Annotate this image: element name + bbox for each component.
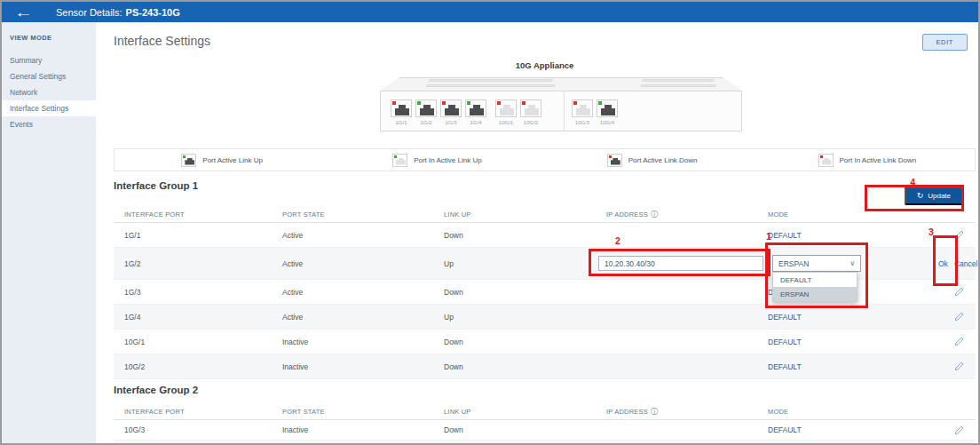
port-led-down — [392, 101, 396, 105]
port-active-link-up-icon — [181, 154, 196, 167]
ip-address-input[interactable] — [598, 256, 763, 271]
table-header-row: INTERFACE PORT PORT STATE LINK UP IP ADD… — [114, 404, 976, 420]
port-label: 1G/3 — [438, 120, 464, 125]
legend-item: Port In Active Link Up — [329, 154, 544, 167]
cell-mode: DEFAULT — [768, 313, 928, 322]
window-title: Sensor Details:PS-243-10G — [56, 7, 180, 18]
col-link-up: LINK UP — [444, 211, 606, 219]
appliance-port-1G-1 — [391, 99, 412, 117]
legend-label: Port Active Link Up — [202, 156, 263, 164]
col-link-up: LINK UP — [444, 408, 606, 416]
window-title-prefix: Sensor Details: — [56, 7, 122, 18]
table-row: 1G/1 Active Down DEFAULT — [114, 223, 976, 248]
cell-state: Inactive — [282, 425, 444, 434]
legend-item: Port In Active Link Down — [760, 154, 975, 167]
port-label: 1G/1 — [388, 120, 415, 125]
chevron-down-icon: ∨ — [850, 259, 855, 267]
cell-link: Down — [444, 231, 606, 240]
appliance-port-1G-2 — [415, 99, 437, 117]
chassis-vent — [426, 84, 556, 87]
appliance-port-1G-3 — [440, 99, 462, 117]
mode-select[interactable]: ERSPAN ∨ — [772, 255, 861, 272]
interface-group-1-title: Interface Group 1 — [114, 180, 976, 191]
legend-label: Port In Active Link Down — [840, 156, 917, 164]
port-led-up — [467, 101, 470, 105]
appliance-diagram: 1G/11G/21G/31G/410G/110G/210G/310G/4 — [114, 77, 976, 139]
info-icon[interactable]: ⓘ — [651, 408, 658, 416]
sidebar-item-general-settings[interactable]: General Settings — [2, 68, 96, 84]
back-arrow-icon[interactable]: ← — [14, 5, 33, 19]
cell-mode: DEFAULT — [768, 231, 928, 240]
sidebar-item-summary[interactable]: Summary — [2, 52, 96, 68]
cell-link: Up — [444, 313, 606, 322]
port-led-up — [598, 101, 602, 105]
rj45-jack-icon — [601, 105, 615, 115]
legend-item: Port Active Link Down — [545, 154, 760, 167]
cell-link: Down — [444, 425, 606, 434]
appliance-port-1G-4 — [465, 99, 486, 117]
chassis-section-divider — [564, 91, 565, 131]
cell-port: 10G/3 — [114, 425, 282, 434]
sidebar-item-events[interactable]: Events — [2, 116, 96, 132]
port-led-down — [497, 101, 501, 105]
cell-state: Inactive — [282, 338, 444, 346]
cancel-link[interactable]: Cancel — [954, 259, 977, 268]
edit-pencil-icon[interactable] — [954, 287, 964, 297]
edit-pencil-icon[interactable] — [954, 425, 964, 435]
rj45-jack-icon — [445, 105, 459, 115]
port-led-down — [442, 101, 446, 105]
port-inactive-link-up-icon — [392, 154, 407, 167]
main-content: Interface Settings EDIT 10G Appliance 1G… — [96, 22, 978, 443]
cell-port: 1G/1 — [114, 231, 282, 240]
cell-mode: DEFAULT — [768, 338, 928, 346]
cell-state: Inactive — [282, 362, 444, 371]
rj45-jack-icon — [395, 105, 409, 115]
rj45-jack-icon — [525, 105, 539, 115]
port-led-down — [522, 101, 526, 105]
update-button[interactable]: ↻ Update 4 — [905, 187, 963, 205]
cell-state: Active — [282, 231, 444, 240]
edit-pencil-icon[interactable] — [954, 312, 964, 322]
legend-item: Port Active Link Up — [115, 154, 329, 167]
cell-mode: DEFAULT — [768, 362, 928, 371]
legend-label: Port In Active Link Up — [414, 156, 481, 164]
sidebar-item-interface-settings[interactable]: Interface Settings — [2, 100, 96, 116]
edit-pencil-icon[interactable] — [954, 337, 964, 346]
ip-header-label: IP ADDRESS — [606, 408, 648, 416]
port-inactive-link-down-icon — [818, 154, 834, 167]
rj45-jack-icon — [500, 105, 514, 115]
cell-port: 1G/4 — [114, 313, 282, 322]
rj45-jack-icon — [420, 105, 434, 115]
port-led-down — [573, 101, 577, 105]
ip-header-label: IP ADDRESS — [606, 211, 648, 219]
port-active-link-down-icon — [607, 154, 622, 167]
top-bar: ← Sensor Details:PS-243-10G — [2, 2, 978, 22]
cell-state: Active — [282, 288, 444, 297]
cell-port: 1G/2 — [114, 259, 282, 268]
ok-link[interactable]: Ok — [938, 259, 948, 268]
appliance-port-10G-2 — [520, 99, 541, 117]
table-row: 10G/2 Inactive Down DEFAULT — [114, 354, 976, 379]
mode-option-default[interactable]: DEFAULT — [773, 273, 857, 287]
rj45-jack-icon — [470, 105, 484, 115]
edit-button[interactable]: EDIT — [922, 34, 968, 51]
port-label: 10G/2 — [518, 120, 544, 125]
mode-option-erspan[interactable]: ERSPAN — [773, 287, 857, 301]
col-port-state: PORT STATE — [282, 211, 444, 219]
sidebar-item-network[interactable]: Network — [2, 84, 96, 100]
edit-pencil-icon[interactable] — [954, 362, 964, 371]
port-led-up — [417, 101, 421, 105]
col-port-state: PORT STATE — [282, 408, 444, 416]
appliance-port-10G-1 — [495, 99, 517, 117]
rj45-jack-icon — [576, 105, 590, 115]
page-title: Interface Settings — [114, 34, 210, 48]
cell-link: Down — [444, 288, 606, 297]
update-button-label: Update — [928, 192, 951, 200]
cell-port: 10G/1 — [114, 338, 282, 346]
col-interface-port: INTERFACE PORT — [114, 408, 282, 416]
col-interface-port: INTERFACE PORT — [114, 211, 282, 219]
cell-link: Down — [444, 338, 606, 346]
cell-link: Up — [444, 259, 606, 268]
edit-pencil-icon[interactable] — [954, 230, 964, 240]
info-icon[interactable]: ⓘ — [651, 211, 658, 219]
